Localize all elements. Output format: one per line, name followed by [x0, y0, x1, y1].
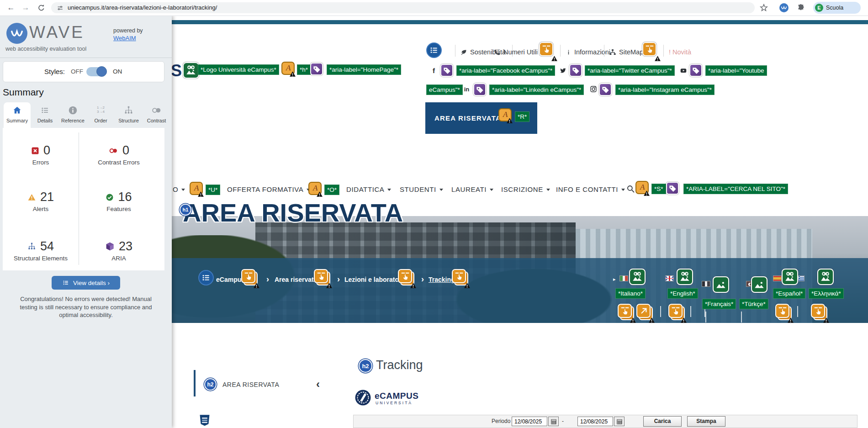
tag-icon — [443, 66, 451, 75]
wave-image-icon[interactable] — [713, 276, 729, 293]
hand-pointer-icon — [620, 306, 630, 316]
calendar-button[interactable] — [614, 417, 625, 426]
wave-aria-label-icon[interactable] — [689, 64, 702, 77]
reload-button[interactable] — [36, 2, 47, 13]
utility-item-novita[interactable]: ! Novità — [669, 48, 691, 56]
breadcrumb-item-lezioni[interactable]: Lezioni e laboratori — [344, 276, 403, 283]
utility-menu-icon[interactable] — [426, 42, 442, 58]
wave-event-handler-icon[interactable] — [452, 269, 468, 285]
wave-event-handler-icon[interactable] — [811, 304, 827, 320]
wave-alt-text-icon[interactable]: A — [190, 182, 203, 195]
extensions-puzzle-icon[interactable] — [797, 4, 805, 12]
nav-label: LAUREATI — [451, 185, 487, 193]
nav-item-info-contatti[interactable]: INFO E CONTATTI — [556, 185, 625, 193]
tab-order[interactable]: 1→23→4 Order — [87, 102, 114, 128]
collapse-chevron[interactable]: ‹ — [316, 378, 320, 391]
view-details-button[interactable]: View details › — [52, 276, 120, 290]
stat-structural: 54 Structural Elements — [3, 239, 79, 262]
wave-h2-icon[interactable]: h2 — [204, 378, 217, 391]
wave-linked-image-icon[interactable] — [782, 269, 798, 285]
breadcrumb-item-area-riservata[interactable]: Area riservata — [275, 276, 317, 283]
hand-pointer-icon — [813, 306, 823, 316]
date-from-input[interactable] — [512, 417, 547, 426]
nav-item-didattica[interactable]: DIDATTICA — [346, 185, 391, 193]
wave-linked-image-icon[interactable] — [183, 62, 199, 79]
wave-aria-label-icon[interactable] — [310, 63, 323, 75]
linked-image-icon — [185, 64, 197, 76]
wave-alt-text-icon[interactable]: A — [308, 182, 322, 195]
wave-h2-icon[interactable]: h2 — [359, 359, 372, 373]
nav-item-laureati[interactable]: LAUREATI — [451, 185, 493, 193]
tab-details[interactable]: Details — [32, 102, 58, 128]
utility-item-sitemap[interactable]: SiteMap — [609, 48, 643, 56]
menu-shield-icon[interactable] — [198, 412, 211, 428]
utility-item-numeri-utili[interactable]: Numeri Utili — [494, 48, 538, 56]
back-button[interactable]: ← — [5, 2, 16, 13]
wave-event-handler-icon[interactable] — [642, 42, 659, 58]
wave-event-handler-icon[interactable] — [241, 269, 258, 285]
wave-aria-label-icon[interactable] — [473, 83, 486, 96]
search-icon[interactable] — [626, 185, 635, 193]
url-text[interactable]: uniecampus.it/area-riservata/lezioni-e-l… — [68, 4, 217, 11]
wave-event-handler-icon[interactable] — [398, 269, 414, 285]
wave-alt-tag: *Français* — [702, 299, 736, 309]
twitter-icon[interactable] — [559, 67, 567, 74]
wave-extension-icon[interactable] — [779, 3, 789, 12]
screen: ← → uniecampus.it/area-riservata/lezioni… — [0, 0, 868, 428]
tab-reference[interactable]: Reference — [59, 102, 86, 128]
url-bar[interactable]: uniecampus.it/area-riservata/lezioni-e-l… — [51, 2, 755, 13]
wave-event-handler-icon[interactable] — [618, 304, 634, 320]
breadcrumb-menu-icon[interactable] — [198, 270, 214, 285]
toggle-knob[interactable] — [96, 66, 107, 77]
wave-h1-icon[interactable]: h1 — [180, 204, 191, 216]
wave-event-handler-icon[interactable] — [539, 42, 556, 58]
wave-alt-text-icon[interactable]: A — [635, 181, 649, 194]
breadcrumb-item-tracking[interactable]: Tracking — [429, 276, 455, 283]
wave-linked-image-icon[interactable] — [677, 269, 693, 285]
wave-new-window-icon[interactable] — [636, 304, 653, 320]
styles-toggle[interactable] — [86, 67, 106, 76]
facebook-icon[interactable]: f — [430, 67, 438, 74]
flag-spain[interactable] — [773, 275, 782, 281]
flag-france[interactable] — [702, 281, 710, 287]
tab-contrast[interactable]: Contrast — [143, 102, 170, 128]
wave-tag: *R* — [515, 111, 529, 122]
wave-event-handler-icon[interactable] — [668, 304, 685, 320]
wave-event-handler-icon[interactable] — [314, 269, 330, 285]
breadcrumb-item-ecampus[interactable]: eCampus — [216, 276, 245, 283]
wave-aria-label-icon[interactable] — [440, 64, 453, 77]
tab-summary[interactable]: Summary — [4, 102, 31, 128]
bookmark-star-icon[interactable] — [759, 3, 768, 12]
date-to-input[interactable] — [577, 417, 613, 426]
profile-chip[interactable]: E Scuola — [813, 2, 861, 14]
flag-uk[interactable] — [665, 275, 674, 281]
wave-aria-tag: *aria-label="HomePage"* — [327, 64, 401, 75]
wave-linked-image-icon[interactable] — [629, 269, 646, 285]
nav-item-offerta-formativa[interactable]: OFFERTA FORMATIVA — [227, 185, 310, 193]
instagram-icon[interactable] — [590, 85, 597, 93]
area-riservata-button[interactable]: AREA RISERVATA A *R* — [425, 102, 537, 134]
nav-item-studenti[interactable]: STUDENTI — [400, 185, 443, 193]
wave-image-icon[interactable] — [751, 276, 767, 293]
youtube-icon[interactable] — [679, 67, 688, 74]
forward-button[interactable]: → — [20, 2, 31, 13]
site-settings-icon[interactable] — [57, 5, 64, 11]
wave-aria-label-icon[interactable] — [666, 182, 679, 195]
nav-item-iscrizione[interactable]: ISCRIZIONE — [501, 185, 550, 193]
wave-alt-text-icon[interactable]: A — [281, 62, 295, 75]
nav-item-truncated[interactable]: O — [173, 185, 185, 193]
calendar-button[interactable] — [548, 417, 559, 426]
wave-alt-text-icon[interactable]: A — [498, 108, 512, 122]
tab-structure[interactable]: Structure — [115, 102, 142, 128]
webaim-link[interactable]: WebAIM — [113, 35, 136, 42]
wave-aria-label-icon[interactable] — [599, 83, 612, 96]
carica-button[interactable]: Carica — [643, 416, 682, 427]
wave-event-handler-icon[interactable] — [775, 304, 792, 320]
linkedin-icon[interactable]: in — [463, 85, 471, 93]
wave-tagline: web accessibility evaluation tool — [5, 46, 86, 52]
home-icon — [12, 106, 22, 115]
stampa-button[interactable]: Stampa — [687, 416, 725, 427]
wave-linked-image-icon[interactable] — [817, 269, 834, 285]
wave-aria-label-icon[interactable] — [569, 64, 582, 77]
flag-italy[interactable] — [619, 275, 628, 281]
